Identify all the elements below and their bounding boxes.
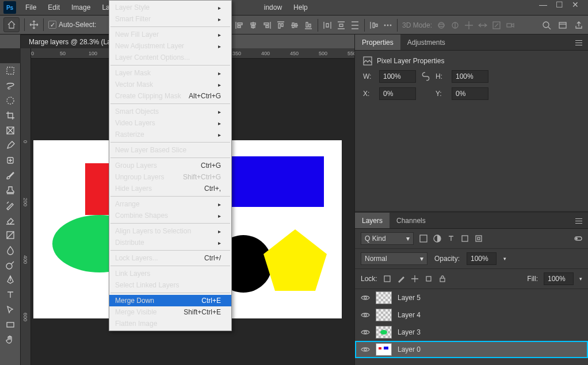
layer-row[interactable]: Layer 5: [355, 289, 588, 306]
svg-point-0: [384, 25, 386, 26]
brush-tool[interactable]: [2, 168, 19, 183]
align-bottom-icon[interactable]: [304, 21, 313, 30]
auto-select-checkbox[interactable]: ✓ Auto-Select:: [48, 21, 96, 29]
workspace-icon[interactable]: [558, 21, 567, 30]
tab-channels[interactable]: Channels: [390, 213, 433, 228]
align-center-v-icon[interactable]: [290, 21, 299, 30]
menu-item-hide-layers[interactable]: Hide LayersCtrl+,: [109, 183, 231, 194]
x-input[interactable]: 0%: [379, 87, 416, 100]
type-tool[interactable]: [2, 287, 19, 302]
healing-tool[interactable]: [2, 153, 19, 168]
filter-pixel-icon[interactable]: [419, 235, 427, 243]
menu-item-new-fill-layer[interactable]: New Fill Layer▸: [109, 29, 231, 40]
link-icon[interactable]: [421, 71, 431, 82]
distribute-v-icon[interactable]: [337, 21, 346, 30]
path-select-tool[interactable]: [2, 302, 19, 317]
y-input[interactable]: 0%: [452, 87, 488, 100]
menu-item-label: Layer Style: [115, 3, 150, 11]
minimize-button[interactable]: —: [535, 0, 551, 11]
filter-toggle-icon[interactable]: [574, 235, 582, 243]
menu-item-vector-mask[interactable]: Vector Mask▸: [109, 79, 231, 90]
marquee-tool[interactable]: [2, 63, 19, 78]
rectangle-tool[interactable]: [2, 317, 19, 332]
lock-position-icon[interactable]: [411, 275, 419, 283]
hand-tool[interactable]: [2, 332, 19, 347]
magic-wand-tool[interactable]: [2, 93, 19, 108]
menu-item-group-layers[interactable]: Group LayersCtrl+G: [109, 160, 231, 171]
menu-item-new-adjustment-layer[interactable]: New Adjustment Layer▸: [109, 40, 231, 52]
history-brush-tool[interactable]: [2, 198, 19, 213]
layer-row[interactable]: Layer 0: [355, 341, 588, 358]
lasso-tool[interactable]: [2, 78, 19, 93]
layer-row[interactable]: Layer 4: [355, 306, 588, 324]
menu-item-flatten-image[interactable]: Flatten Image: [109, 318, 231, 329]
menu-item-merge-visible[interactable]: Merge VisibleShift+Ctrl+E: [109, 306, 231, 318]
maximize-button[interactable]: ☐: [551, 0, 567, 11]
frame-tool[interactable]: [2, 123, 19, 138]
menu-item-smart-objects[interactable]: Smart Objects▸: [109, 106, 231, 117]
align-center-h-icon[interactable]: [249, 21, 258, 30]
dodge-tool[interactable]: [2, 258, 19, 272]
lock-all-icon[interactable]: [438, 275, 446, 283]
share-icon[interactable]: [574, 21, 583, 30]
distribute-h-icon[interactable]: [323, 21, 332, 30]
align-left-icon[interactable]: [235, 21, 244, 30]
pen-tool[interactable]: [2, 272, 19, 287]
menu-help[interactable]: Help: [288, 0, 314, 15]
visibility-icon[interactable]: [361, 310, 370, 320]
lock-transparent-icon[interactable]: [383, 275, 391, 283]
gradient-tool[interactable]: [2, 228, 19, 243]
menu-indow[interactable]: Window: [251, 0, 288, 15]
menu-item-lock-layers-[interactable]: Lock Layers...Ctrl+/: [109, 252, 231, 264]
eyedropper-tool[interactable]: [2, 138, 19, 153]
visibility-icon[interactable]: [361, 345, 370, 354]
home-button[interactable]: [3, 17, 20, 32]
menu-item-arrange[interactable]: Arrange▸: [109, 198, 231, 210]
panel-menu-icon[interactable]: [574, 216, 583, 225]
lock-pixels-icon[interactable]: [397, 275, 405, 283]
lock-artboard-icon[interactable]: [425, 275, 433, 283]
document-tab[interactable]: Marge layers @ 28.3% (Lay: [21, 34, 123, 48]
menu-item-video-layers[interactable]: Video Layers▸: [109, 117, 231, 129]
height-input[interactable]: 100%: [452, 70, 488, 83]
svg-point-8: [543, 22, 549, 28]
align-to-icon[interactable]: [369, 21, 379, 30]
width-input[interactable]: 100%: [379, 70, 416, 83]
filter-shape-icon[interactable]: [461, 235, 469, 243]
menu-file[interactable]: File: [20, 0, 42, 15]
menu-image[interactable]: Image: [66, 0, 96, 15]
menu-edit[interactable]: Edit: [42, 0, 66, 15]
blur-tool[interactable]: [2, 243, 19, 258]
menu-item-create-clipping-mask[interactable]: Create Clipping MaskAlt+Ctrl+G: [109, 90, 231, 102]
eraser-tool[interactable]: [2, 213, 19, 228]
tab-layers[interactable]: Layers: [355, 213, 390, 228]
more-icon[interactable]: [383, 21, 392, 30]
crop-tool[interactable]: [2, 108, 19, 123]
distribute-space-icon[interactable]: [350, 21, 360, 30]
align-right-icon[interactable]: [262, 21, 272, 30]
separator: [364, 19, 365, 32]
visibility-icon[interactable]: [361, 293, 370, 302]
panel-menu-icon[interactable]: [574, 38, 583, 47]
visibility-icon[interactable]: [361, 328, 370, 337]
filter-adjust-icon[interactable]: [433, 235, 441, 243]
menu-item-merge-down[interactable]: Merge DownCtrl+E: [109, 295, 231, 306]
menu-item-align-layers-to-selection: Align Layers to Selection▸: [109, 225, 231, 237]
tab-adjustments[interactable]: Adjustments: [400, 34, 452, 50]
align-top-icon[interactable]: [276, 21, 285, 30]
3d-slide-icon: [478, 21, 487, 30]
stamp-tool[interactable]: [2, 183, 19, 198]
layer-row[interactable]: Layer 3: [355, 324, 588, 341]
close-button[interactable]: ✕: [567, 0, 583, 11]
menu-item-new-layer-based-slice[interactable]: New Layer Based Slice: [109, 144, 231, 156]
menu-item-layer-mask[interactable]: Layer Mask▸: [109, 67, 231, 79]
search-icon[interactable]: [542, 21, 551, 30]
filter-type-icon[interactable]: [447, 235, 455, 243]
filter-smart-icon[interactable]: [475, 235, 483, 243]
tab-properties[interactable]: Properties: [355, 34, 400, 50]
opacity-input[interactable]: 100%: [467, 252, 497, 265]
svg-rect-38: [384, 347, 388, 349]
fill-input[interactable]: 100%: [544, 272, 574, 285]
blend-mode-select[interactable]: Normal▾: [361, 252, 427, 265]
filter-select[interactable]: Q Kind▾: [361, 232, 414, 245]
